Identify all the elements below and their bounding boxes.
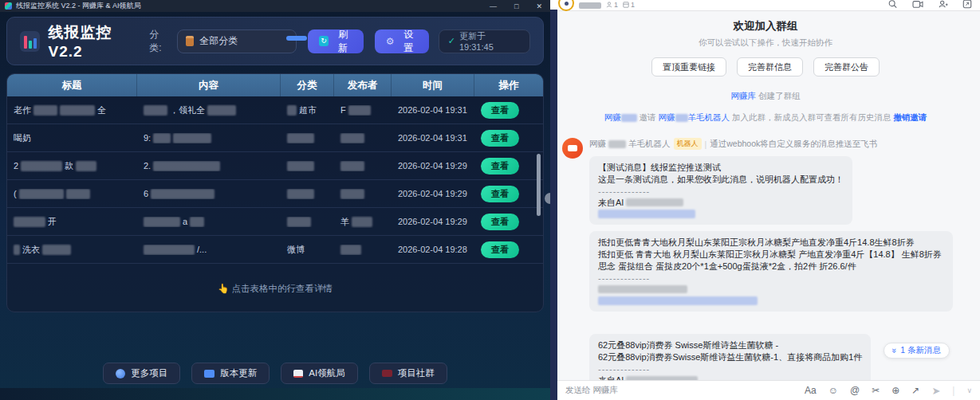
table-row[interactable]: 开a羊2026-02-04 19:29查看 xyxy=(7,208,543,236)
app-header: 线报监控 V2.2 分类: 全部分类 ↻ 刷新 ⚙ 设置 ✓ 更新于 19:31… xyxy=(6,17,544,65)
cell-time: 2026-02-04 19:31 xyxy=(392,105,474,115)
message-bubble[interactable]: 62元叠88vip消费券 Swisse斯维诗益生菌软糖 -62元叠88vip消费… xyxy=(589,334,871,380)
text-fragment: 洗衣 xyxy=(22,244,40,256)
video-call-icon[interactable] xyxy=(912,0,923,9)
member-count[interactable]: 1 xyxy=(606,1,618,9)
table-header-row: 标题内容分类发布者时间操作 xyxy=(7,74,543,96)
settings-button-label: 设置 xyxy=(399,28,418,55)
table-hint: 👆 点击表格中的行查看详情 xyxy=(7,283,543,295)
footer-button-community[interactable]: 项目社群 xyxy=(369,363,447,384)
open-in-window-icon[interactable] xyxy=(962,0,972,9)
table-scrollbar[interactable] xyxy=(537,154,541,216)
add-member-icon[interactable] xyxy=(938,0,948,9)
text-fragment: -------------- xyxy=(598,363,650,375)
text-fragment: 全 xyxy=(97,104,106,116)
message-bubble[interactable]: 【测试消息】线报监控推送测试这是一条测试消息，如果您收到此消息，说明机器人配置成… xyxy=(589,156,852,225)
welcome-action-button[interactable]: 置顶重要链接 xyxy=(651,57,726,76)
column-header: 标题 xyxy=(7,74,137,96)
redacted-text xyxy=(287,133,314,143)
table-row[interactable]: 喝奶9:2026-02-04 19:31查看 xyxy=(7,124,543,152)
bot-avatar[interactable] xyxy=(562,138,583,159)
view-button[interactable]: 查看 xyxy=(481,130,519,147)
redacted-text xyxy=(340,189,364,199)
message-input-area[interactable]: 发送给 网赚库 Aa☺@✂⊕↗➤|∨ xyxy=(557,380,980,400)
new-messages-badge[interactable]: » 1 条新消息 xyxy=(884,343,950,359)
redacted-text xyxy=(151,189,214,199)
maximize-button[interactable]: □ xyxy=(514,2,518,10)
message-line: 来自AI xyxy=(598,197,844,208)
cell-content: a xyxy=(137,217,281,227)
message-line: 来自AI xyxy=(598,375,862,380)
view-button[interactable]: 查看 xyxy=(481,102,519,119)
minimize-button[interactable]: — xyxy=(490,2,497,10)
expand-icon[interactable]: ↗ xyxy=(911,386,919,395)
text-fragment: 邀请 xyxy=(637,112,659,122)
search-icon[interactable] xyxy=(888,0,898,9)
settings-button[interactable]: ⚙ 设置 xyxy=(375,29,429,53)
category-select[interactable]: 全部分类 xyxy=(177,29,296,53)
footer-button-robot[interactable]: AI领航局 xyxy=(281,363,357,384)
redacted-text xyxy=(340,161,364,171)
text-fragment: 来自AI xyxy=(598,375,624,380)
footer-buttons: 更多项目版本更新AI领航局项目社群 xyxy=(0,363,550,384)
footer-button-globe[interactable]: 更多项目 xyxy=(103,363,180,384)
screenshot-icon[interactable]: ✂ xyxy=(872,386,880,395)
cell-time: 2026-02-04 19:29 xyxy=(392,161,474,171)
screen: 线报监控系统 V2.2 - 网赚库 & AI领航局 — □ ✕ 线报监控 V2.… xyxy=(0,0,980,400)
view-button[interactable]: 查看 xyxy=(481,241,519,258)
view-button[interactable]: 查看 xyxy=(481,214,519,230)
welcome-action-button[interactable]: 完善群公告 xyxy=(813,57,880,76)
close-button[interactable]: ✕ xyxy=(536,2,542,10)
view-button[interactable]: 查看 xyxy=(481,158,519,175)
table-row[interactable]: (62026-02-04 19:29查看 xyxy=(7,180,543,208)
text-fragment: 9: xyxy=(144,133,151,143)
table-row[interactable]: 老作全，领礼全超市F2026-02-04 19:31查看 xyxy=(7,96,543,124)
text-fragment: 加入此群，新成员入群可查看所有历史消息 xyxy=(730,112,893,122)
attach-icon[interactable]: ⊕ xyxy=(891,386,899,395)
cell-time: 2026-02-04 19:28 xyxy=(392,245,474,254)
invite-line: 网赚 邀请 网赚羊毛机器人 加入此群，新成员入群可查看所有历史消息 撤销邀请 xyxy=(562,112,969,124)
cell-time: 2026-02-04 19:31 xyxy=(392,133,474,143)
format-icon[interactable]: Aa xyxy=(805,386,817,395)
tab-count[interactable]: 1 xyxy=(623,1,635,9)
category-select-indicator xyxy=(286,36,307,41)
welcome-block: 欢迎加入群组 你可以尝试以下操作，快速开始协作 置顶重要链接完善群信息完善群公告 xyxy=(562,19,969,76)
community-icon xyxy=(382,370,392,377)
text-fragment: 微博 xyxy=(287,244,305,256)
last-updated-text: 更新于 19:31:45 xyxy=(459,30,521,52)
send-icon[interactable]: ➤ xyxy=(931,386,940,396)
message-line: -------------- xyxy=(598,186,844,197)
welcome-action-button[interactable]: 完善群信息 xyxy=(737,57,803,76)
view-button[interactable]: 查看 xyxy=(481,186,519,202)
mention-icon[interactable]: @ xyxy=(850,386,860,395)
column-header: 操作 xyxy=(474,74,543,96)
table-row[interactable]: 洗衣/...微博2026-02-04 19:28查看 xyxy=(7,236,543,264)
cell-publisher: F xyxy=(334,105,392,116)
page-title: 线报监控 V2.2 xyxy=(48,22,149,61)
refresh-button[interactable]: ↻ 刷新 xyxy=(308,29,364,53)
column-header: 分类 xyxy=(281,74,334,96)
cell-publisher xyxy=(334,133,392,143)
redacted-text xyxy=(33,105,57,116)
message-bubble[interactable]: 抵扣更低青青大地秋月梨山东莱阳正宗秋月冰糖梨产地直发净重4斤14.8生鲜8折券抵… xyxy=(589,231,953,312)
group-avatar[interactable] xyxy=(558,0,574,11)
cell-category: 超市 xyxy=(281,104,334,116)
chart-logo-icon xyxy=(20,31,40,52)
footer-button-label: AI领航局 xyxy=(309,367,344,379)
emoji-icon[interactable]: ☺ xyxy=(828,386,838,395)
table-row[interactable]: 2款2.2026-02-04 19:29查看 xyxy=(7,152,543,180)
redacted-text xyxy=(352,217,372,227)
redacted-text xyxy=(14,217,45,227)
redacted-text xyxy=(598,210,695,218)
redacted-text xyxy=(675,114,688,122)
footer-button-version[interactable]: 版本更新 xyxy=(191,363,270,384)
person-icon xyxy=(606,2,612,8)
creator-link[interactable]: 网赚库 xyxy=(731,91,757,100)
window-titlebar: 线报监控系统 V2.2 - 网赚库 & AI领航局 — □ ✕ xyxy=(0,0,550,12)
send-options-caret-icon[interactable]: ∨ xyxy=(966,387,972,394)
text-fragment: -------------- xyxy=(598,186,650,197)
globe-icon xyxy=(116,369,125,378)
text-fragment: -------------- xyxy=(598,273,650,284)
redacted-text xyxy=(153,133,171,143)
redacted-text xyxy=(626,198,683,206)
